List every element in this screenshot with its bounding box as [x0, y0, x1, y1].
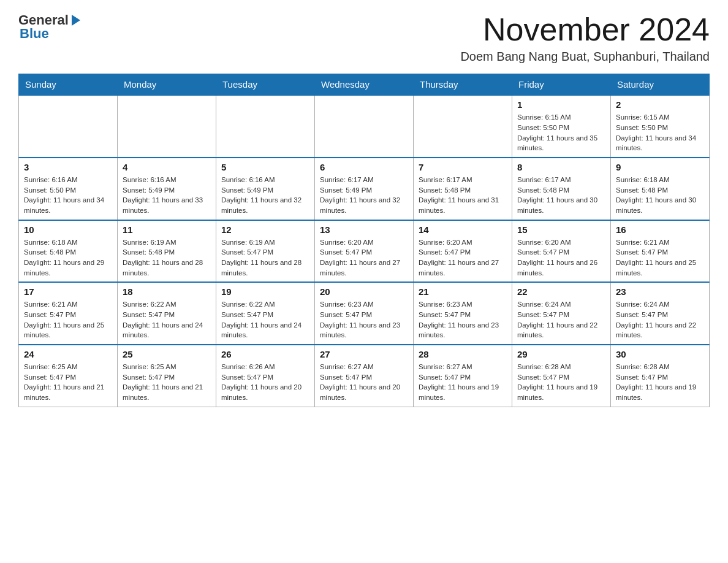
day-number: 29 — [517, 349, 605, 359]
calendar-cell — [315, 95, 414, 158]
day-number: 17 — [24, 286, 112, 297]
day-info: Sunrise: 6:15 AM Sunset: 5:50 PM Dayligh… — [517, 112, 605, 153]
day-info: Sunrise: 6:16 AM Sunset: 5:49 PM Dayligh… — [123, 175, 211, 216]
calendar-cell: 20Sunrise: 6:23 AM Sunset: 5:47 PM Dayli… — [315, 282, 414, 345]
day-info: Sunrise: 6:27 AM Sunset: 5:47 PM Dayligh… — [419, 362, 507, 403]
calendar-week-row: 1Sunrise: 6:15 AM Sunset: 5:50 PM Daylig… — [19, 95, 710, 158]
day-number: 28 — [419, 349, 507, 359]
calendar-cell: 5Sunrise: 6:16 AM Sunset: 5:49 PM Daylig… — [216, 158, 315, 220]
page-header: General Blue November 2024 Doem Bang Nan… — [18, 12, 710, 64]
calendar-cell: 11Sunrise: 6:19 AM Sunset: 5:48 PM Dayli… — [118, 220, 216, 283]
day-info: Sunrise: 6:21 AM Sunset: 5:47 PM Dayligh… — [616, 237, 704, 278]
calendar-cell: 19Sunrise: 6:22 AM Sunset: 5:47 PM Dayli… — [216, 282, 315, 345]
calendar-cell: 22Sunrise: 6:24 AM Sunset: 5:47 PM Dayli… — [512, 282, 611, 345]
day-info: Sunrise: 6:23 AM Sunset: 5:47 PM Dayligh… — [320, 299, 408, 340]
day-number: 24 — [24, 349, 112, 359]
calendar-cell — [19, 95, 118, 158]
calendar-cell: 6Sunrise: 6:17 AM Sunset: 5:49 PM Daylig… — [315, 158, 414, 220]
day-number: 23 — [616, 286, 704, 297]
day-number: 22 — [517, 286, 605, 297]
day-info: Sunrise: 6:18 AM Sunset: 5:48 PM Dayligh… — [616, 175, 704, 216]
calendar-cell: 2Sunrise: 6:15 AM Sunset: 5:50 PM Daylig… — [611, 95, 710, 158]
day-number: 1 — [517, 99, 605, 110]
day-info: Sunrise: 6:16 AM Sunset: 5:49 PM Dayligh… — [221, 175, 309, 216]
day-number: 9 — [616, 162, 704, 172]
calendar-header-sunday: Sunday — [19, 74, 118, 96]
day-number: 26 — [221, 349, 309, 359]
calendar-header-friday: Friday — [512, 74, 611, 96]
calendar-cell: 14Sunrise: 6:20 AM Sunset: 5:47 PM Dayli… — [414, 220, 512, 283]
day-number: 3 — [24, 162, 112, 172]
calendar-cell: 4Sunrise: 6:16 AM Sunset: 5:49 PM Daylig… — [118, 158, 216, 220]
day-info: Sunrise: 6:17 AM Sunset: 5:48 PM Dayligh… — [419, 175, 507, 216]
day-info: Sunrise: 6:17 AM Sunset: 5:49 PM Dayligh… — [320, 175, 408, 216]
calendar-week-row: 24Sunrise: 6:25 AM Sunset: 5:47 PM Dayli… — [19, 345, 710, 407]
day-info: Sunrise: 6:26 AM Sunset: 5:47 PM Dayligh… — [221, 362, 309, 403]
day-info: Sunrise: 6:20 AM Sunset: 5:47 PM Dayligh… — [517, 237, 605, 278]
day-number: 5 — [221, 162, 309, 172]
calendar-cell: 21Sunrise: 6:23 AM Sunset: 5:47 PM Dayli… — [414, 282, 512, 345]
day-number: 15 — [517, 224, 605, 235]
day-number: 10 — [24, 224, 112, 235]
calendar-cell — [216, 95, 315, 158]
day-number: 13 — [320, 224, 408, 235]
day-info: Sunrise: 6:20 AM Sunset: 5:47 PM Dayligh… — [320, 237, 408, 278]
calendar-cell: 23Sunrise: 6:24 AM Sunset: 5:47 PM Dayli… — [611, 282, 710, 345]
calendar-cell: 26Sunrise: 6:26 AM Sunset: 5:47 PM Dayli… — [216, 345, 315, 407]
calendar-header-tuesday: Tuesday — [216, 74, 315, 96]
calendar-header-row: SundayMondayTuesdayWednesdayThursdayFrid… — [19, 74, 710, 96]
day-info: Sunrise: 6:20 AM Sunset: 5:47 PM Dayligh… — [419, 237, 507, 278]
calendar-cell: 30Sunrise: 6:28 AM Sunset: 5:47 PM Dayli… — [611, 345, 710, 407]
calendar-cell: 3Sunrise: 6:16 AM Sunset: 5:50 PM Daylig… — [19, 158, 118, 220]
day-number: 18 — [123, 286, 211, 297]
day-number: 25 — [123, 349, 211, 359]
calendar-cell: 29Sunrise: 6:28 AM Sunset: 5:47 PM Dayli… — [512, 345, 611, 407]
calendar-cell: 9Sunrise: 6:18 AM Sunset: 5:48 PM Daylig… — [611, 158, 710, 220]
day-number: 6 — [320, 162, 408, 172]
logo: General Blue — [18, 12, 83, 42]
day-number: 12 — [221, 224, 309, 235]
day-info: Sunrise: 6:19 AM Sunset: 5:47 PM Dayligh… — [221, 237, 309, 278]
calendar-cell: 15Sunrise: 6:20 AM Sunset: 5:47 PM Dayli… — [512, 220, 611, 283]
day-number: 2 — [616, 99, 704, 110]
month-year-title: November 2024 — [460, 12, 710, 47]
day-info: Sunrise: 6:27 AM Sunset: 5:47 PM Dayligh… — [320, 362, 408, 403]
calendar-cell: 24Sunrise: 6:25 AM Sunset: 5:47 PM Dayli… — [19, 345, 118, 407]
day-info: Sunrise: 6:23 AM Sunset: 5:47 PM Dayligh… — [419, 299, 507, 340]
calendar-header-wednesday: Wednesday — [315, 74, 414, 96]
calendar-header-thursday: Thursday — [414, 74, 512, 96]
calendar-cell: 1Sunrise: 6:15 AM Sunset: 5:50 PM Daylig… — [512, 95, 611, 158]
day-info: Sunrise: 6:28 AM Sunset: 5:47 PM Dayligh… — [517, 362, 605, 403]
calendar-cell: 13Sunrise: 6:20 AM Sunset: 5:47 PM Dayli… — [315, 220, 414, 283]
day-number: 7 — [419, 162, 507, 172]
calendar-cell — [414, 95, 512, 158]
day-info: Sunrise: 6:22 AM Sunset: 5:47 PM Dayligh… — [221, 299, 309, 340]
day-info: Sunrise: 6:22 AM Sunset: 5:47 PM Dayligh… — [123, 299, 211, 340]
day-number: 4 — [123, 162, 211, 172]
day-number: 11 — [123, 224, 211, 235]
calendar-week-row: 3Sunrise: 6:16 AM Sunset: 5:50 PM Daylig… — [19, 158, 710, 220]
calendar-header-monday: Monday — [118, 74, 216, 96]
day-info: Sunrise: 6:25 AM Sunset: 5:47 PM Dayligh… — [24, 362, 112, 403]
calendar-header-saturday: Saturday — [611, 74, 710, 96]
calendar-cell: 18Sunrise: 6:22 AM Sunset: 5:47 PM Dayli… — [118, 282, 216, 345]
svg-marker-0 — [72, 15, 80, 26]
day-info: Sunrise: 6:18 AM Sunset: 5:48 PM Dayligh… — [24, 237, 112, 278]
logo-blue-text: Blue — [18, 26, 83, 42]
calendar-cell: 10Sunrise: 6:18 AM Sunset: 5:48 PM Dayli… — [19, 220, 118, 283]
day-number: 19 — [221, 286, 309, 297]
location-subtitle: Doem Bang Nang Buat, Suphanburi, Thailan… — [460, 50, 710, 64]
calendar-cell — [118, 95, 216, 158]
day-number: 16 — [616, 224, 704, 235]
calendar-week-row: 17Sunrise: 6:21 AM Sunset: 5:47 PM Dayli… — [19, 282, 710, 345]
title-section: November 2024 Doem Bang Nang Buat, Supha… — [460, 12, 710, 64]
day-info: Sunrise: 6:19 AM Sunset: 5:48 PM Dayligh… — [123, 237, 211, 278]
day-info: Sunrise: 6:21 AM Sunset: 5:47 PM Dayligh… — [24, 299, 112, 340]
day-number: 8 — [517, 162, 605, 172]
calendar-cell: 16Sunrise: 6:21 AM Sunset: 5:47 PM Dayli… — [611, 220, 710, 283]
day-info: Sunrise: 6:24 AM Sunset: 5:47 PM Dayligh… — [517, 299, 605, 340]
calendar-cell: 12Sunrise: 6:19 AM Sunset: 5:47 PM Dayli… — [216, 220, 315, 283]
day-number: 30 — [616, 349, 704, 359]
day-number: 14 — [419, 224, 507, 235]
day-info: Sunrise: 6:24 AM Sunset: 5:47 PM Dayligh… — [616, 299, 704, 340]
